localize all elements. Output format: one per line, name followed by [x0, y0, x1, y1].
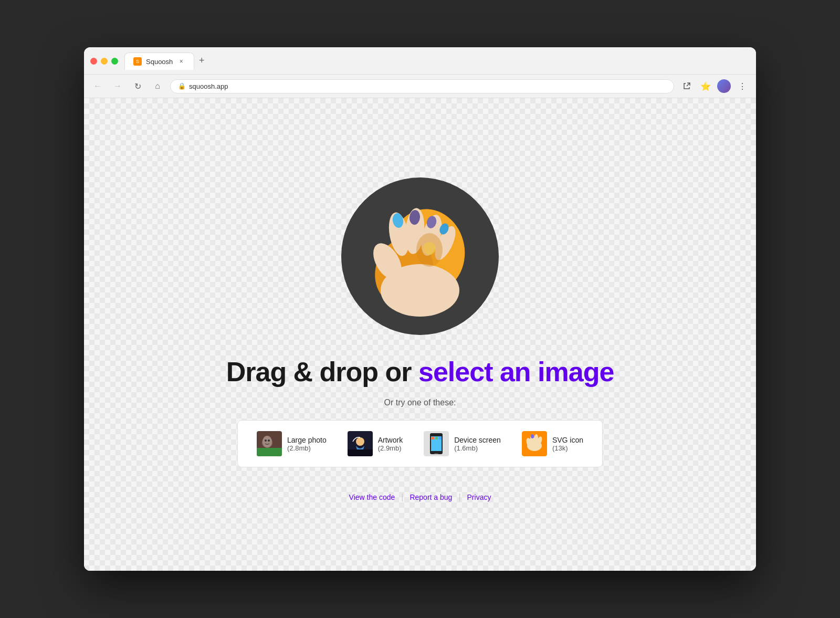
new-tab-button[interactable]: + [194, 53, 209, 68]
svg-point-18 [265, 439, 267, 442]
sample-images-container: Large photo (2.8mb) Artwork (2.9 [237, 420, 603, 467]
browser-actions: ⭐ ⋮ [679, 79, 750, 93]
window-controls [90, 58, 118, 65]
sample-device-screen[interactable]: Device screen (1.6mb) [415, 427, 509, 460]
divider-2: | [458, 493, 460, 502]
maximize-window-button[interactable] [111, 58, 118, 65]
report-bug-link[interactable]: Report a bug [410, 493, 452, 501]
squoosh-logo [352, 188, 488, 324]
artwork-info: Artwork (2.9mb) [378, 436, 403, 452]
lock-icon: 🔒 [178, 82, 186, 90]
avatar [717, 79, 731, 93]
browser-window: S Squoosh × + ← → ↻ ⌂ 🔒 squoosh.app [84, 47, 756, 571]
tab-favicon: S [133, 57, 142, 66]
back-button[interactable]: ← [90, 79, 105, 93]
address-bar-row: ← → ↻ ⌂ 🔒 squoosh.app ⭐ ⋮ [84, 75, 756, 98]
svg-rect-28 [435, 437, 438, 439]
svg-point-21 [356, 437, 364, 446]
large-photo-thumb [257, 431, 282, 456]
title-bar: S Squoosh × + [84, 47, 756, 75]
menu-button[interactable]: ⋮ [735, 79, 750, 93]
svg-rect-27 [432, 437, 434, 439]
address-bar[interactable]: 🔒 squoosh.app [170, 79, 674, 93]
artwork-name: Artwork [378, 436, 403, 444]
active-tab[interactable]: S Squoosh × [124, 53, 194, 70]
minimize-window-button[interactable] [101, 58, 108, 65]
artwork-size: (2.9mb) [378, 444, 403, 452]
divider-1: | [401, 493, 403, 502]
external-link-icon [682, 82, 691, 90]
try-text: Or try one of these: [384, 398, 456, 407]
tab-title: Squoosh [146, 58, 173, 66]
close-window-button[interactable] [90, 58, 97, 65]
device-screen-info: Device screen (1.6mb) [454, 436, 501, 452]
home-button[interactable]: ⌂ [150, 79, 165, 93]
footer-links: View the code | Report a bug | Privacy [349, 493, 491, 502]
tab-close-button[interactable]: × [177, 57, 185, 66]
sample-svg-icon[interactable]: SVG icon (13k) [513, 427, 592, 460]
sample-large-photo[interactable]: Large photo (2.8mb) [248, 427, 335, 460]
open-in-new-tab-button[interactable] [679, 79, 694, 93]
large-photo-info: Large photo (2.8mb) [287, 436, 327, 452]
select-image-link[interactable]: select an image [418, 357, 614, 387]
svg-icon-name: SVG icon [552, 436, 583, 444]
logo-circle [341, 177, 499, 335]
device-screen-name: Device screen [454, 436, 501, 444]
svg-icon-size: (13k) [552, 444, 583, 452]
page-content[interactable]: Drag & drop or select an image Or try on… [84, 98, 756, 571]
svg-rect-29 [439, 437, 442, 439]
forward-button[interactable]: → [110, 79, 125, 93]
refresh-button[interactable]: ↻ [130, 79, 145, 93]
logo-container [341, 177, 499, 335]
device-screen-thumb [424, 431, 449, 456]
url-text: squoosh.app [189, 82, 228, 90]
bookmark-button[interactable]: ⭐ [698, 79, 713, 93]
artwork-thumb [348, 431, 373, 456]
large-photo-name: Large photo [287, 436, 327, 444]
drop-heading: Drag & drop or select an image [226, 356, 614, 387]
large-photo-size: (2.8mb) [287, 444, 327, 452]
tabs-row: S Squoosh × + [124, 53, 209, 70]
svg-point-36 [531, 434, 534, 438]
drop-text-prefix: Drag & drop or [226, 357, 418, 387]
svg-point-13 [423, 242, 436, 255]
svg-rect-16 [257, 448, 282, 456]
privacy-link[interactable]: Privacy [467, 493, 491, 501]
svg-icon-thumb [522, 431, 547, 456]
device-screen-size: (1.6mb) [454, 444, 501, 452]
svg-point-17 [262, 436, 272, 447]
svg-rect-22 [348, 449, 373, 456]
view-code-link[interactable]: View the code [349, 493, 395, 501]
svg-point-19 [268, 439, 270, 442]
svg-rect-26 [434, 453, 438, 454]
svg-icon-info: SVG icon (13k) [552, 436, 583, 452]
sample-artwork[interactable]: Artwork (2.9mb) [339, 427, 411, 460]
